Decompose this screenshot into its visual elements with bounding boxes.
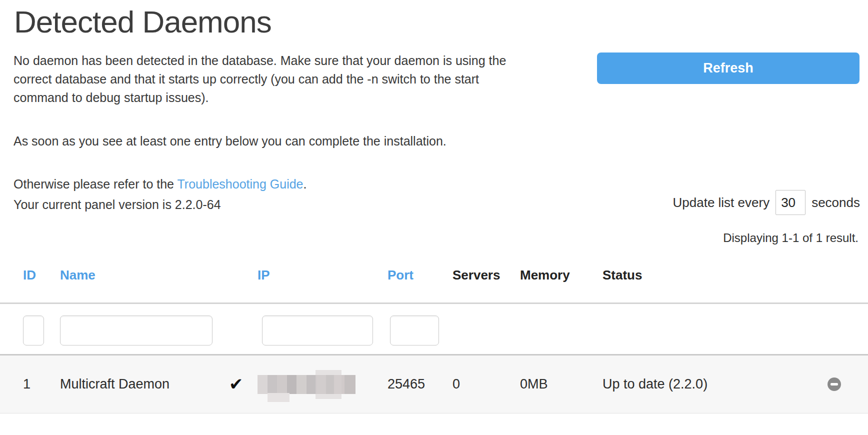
detected-daemons-page: Detected Daemons No daemon has been dete… xyxy=(0,0,868,435)
filter-input-name[interactable] xyxy=(60,316,212,346)
troubleshooting-prefix: Otherwise please refer to the xyxy=(14,177,178,191)
table-filter-row xyxy=(0,302,868,354)
cell-name: Multicraft Daemon xyxy=(60,376,229,392)
table-row[interactable]: 1 Multicraft Daemon ✔ 25465 0 0MB Up to … xyxy=(0,354,868,414)
troubleshooting-block: Otherwise please refer to the Troublesho… xyxy=(14,174,306,215)
filter-input-ip[interactable] xyxy=(262,316,373,346)
remove-daemon-icon[interactable] xyxy=(828,378,841,391)
panel-version-text: Your current panel version is 2.2.0-64 xyxy=(14,198,221,212)
update-interval-control: Update list every seconds xyxy=(673,190,860,215)
minus-bar xyxy=(830,383,838,386)
table-header-row: ID Name IP Port Servers Memory Status xyxy=(0,268,868,302)
refresh-button[interactable]: Refresh xyxy=(597,52,860,84)
result-summary: Displaying 1-1 of 1 result. xyxy=(723,231,858,245)
entry-hint-text: As soon as you see at least one entry be… xyxy=(14,134,446,148)
page-title: Detected Daemons xyxy=(14,4,272,40)
troubleshooting-guide-link[interactable]: Troubleshooting Guide xyxy=(178,177,304,191)
intro-paragraph: No daemon has been detected in the datab… xyxy=(14,52,534,107)
column-header-status: Status xyxy=(602,268,825,283)
cell-id: 1 xyxy=(23,376,60,392)
cell-port: 25465 xyxy=(388,376,452,392)
column-header-servers: Servers xyxy=(452,268,520,283)
column-header-name[interactable]: Name xyxy=(60,268,229,283)
column-header-port[interactable]: Port xyxy=(388,268,452,283)
column-header-id[interactable]: ID xyxy=(23,268,60,283)
filter-input-port[interactable] xyxy=(390,316,439,346)
update-interval-label: Update list every xyxy=(673,195,770,210)
daemon-table: ID Name IP Port Servers Memory Status 1 … xyxy=(0,268,868,414)
connected-check-icon: ✔ xyxy=(229,374,244,394)
update-interval-input[interactable] xyxy=(776,190,806,215)
cell-memory: 0MB xyxy=(520,376,602,392)
column-header-ip[interactable]: IP xyxy=(258,268,388,283)
troubleshooting-suffix: . xyxy=(304,177,307,191)
column-header-memory: Memory xyxy=(520,268,602,283)
cell-status: Up to date (2.2.0) xyxy=(602,376,825,392)
filter-input-id[interactable] xyxy=(23,316,44,346)
cell-servers: 0 xyxy=(452,376,520,392)
redacted-ip xyxy=(258,375,356,394)
update-interval-unit: seconds xyxy=(812,195,860,210)
